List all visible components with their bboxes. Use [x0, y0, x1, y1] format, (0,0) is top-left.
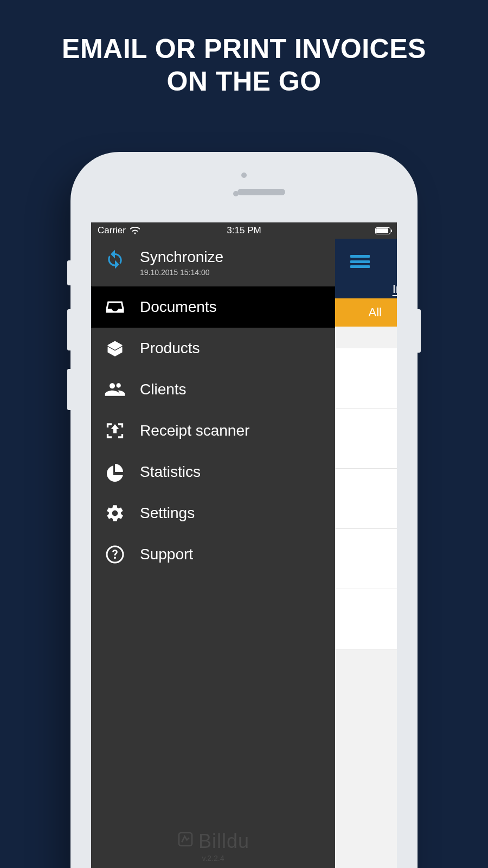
sync-timestamp: 19.10.2015 15:14:00: [140, 268, 223, 277]
status-time: 3:15 PM: [227, 225, 261, 236]
speaker-bar: [237, 189, 285, 195]
app-version: v.2.2.4: [177, 854, 249, 863]
status-bar: Carrier 3:15 PM: [91, 222, 397, 239]
carrier-label: Carrier: [98, 225, 126, 236]
nav-item-label: Support: [140, 546, 193, 563]
nav-item-documents[interactable]: Documents: [91, 286, 335, 328]
nav-item-synchronize[interactable]: Synchronize 19.10.2015 15:14:00: [91, 239, 335, 286]
nav-item-clients[interactable]: Clients: [91, 369, 335, 410]
sensor-dot: [241, 173, 247, 178]
battery-icon: [375, 227, 390, 234]
app-branding: Billdu v.2.2.4: [177, 830, 249, 863]
people-icon: [104, 379, 126, 400]
nav-item-support[interactable]: Support: [91, 534, 335, 575]
mute-switch: [67, 260, 70, 285]
promo-headline: EMAIL OR PRINT INVOICES ON THE GO: [0, 0, 488, 98]
help-icon: [104, 544, 126, 565]
menu-button[interactable]: [350, 255, 370, 268]
piechart-icon: [104, 461, 126, 483]
nav-item-label: Documents: [140, 298, 217, 316]
promo-headline-line2: ON THE GO: [0, 65, 488, 98]
nav-drawer: Synchronize 19.10.2015 15:14:00 Document…: [91, 239, 335, 868]
wifi-icon: [130, 227, 140, 234]
app-name-label: Billdu: [198, 830, 249, 853]
nav-item-label: Statistics: [140, 463, 201, 481]
gear-icon: [104, 502, 126, 524]
scanner-icon: [104, 420, 126, 442]
inbox-icon: [104, 296, 126, 318]
app-logo-icon: [177, 830, 194, 853]
nav-item-statistics[interactable]: Statistics: [91, 451, 335, 493]
nav-item-label: Settings: [140, 505, 195, 522]
power-button: [418, 309, 421, 353]
volume-down: [67, 369, 70, 410]
filter-pill-label: All: [369, 305, 382, 320]
nav-item-label: Synchronize: [140, 248, 223, 266]
nav-item-settings[interactable]: Settings: [91, 493, 335, 534]
nav-item-label: Products: [140, 340, 200, 357]
phone-frame: Carrier 3:15 PM In All TelePort 2015005: [70, 152, 418, 868]
promo-headline-line1: EMAIL OR PRINT INVOICES: [0, 33, 488, 65]
volume-up: [67, 309, 70, 350]
svg-rect-1: [179, 833, 192, 846]
nav-item-label: Clients: [140, 381, 187, 398]
box-icon: [104, 337, 126, 359]
nav-item-products[interactable]: Products: [91, 328, 335, 369]
nav-item-label: Receipt scanner: [140, 422, 249, 439]
sync-icon: [104, 248, 126, 270]
nav-item-receipt-scanner[interactable]: Receipt scanner: [91, 410, 335, 451]
screen: Carrier 3:15 PM In All TelePort 2015005: [91, 222, 397, 868]
header-tab-link[interactable]: In: [393, 282, 397, 296]
